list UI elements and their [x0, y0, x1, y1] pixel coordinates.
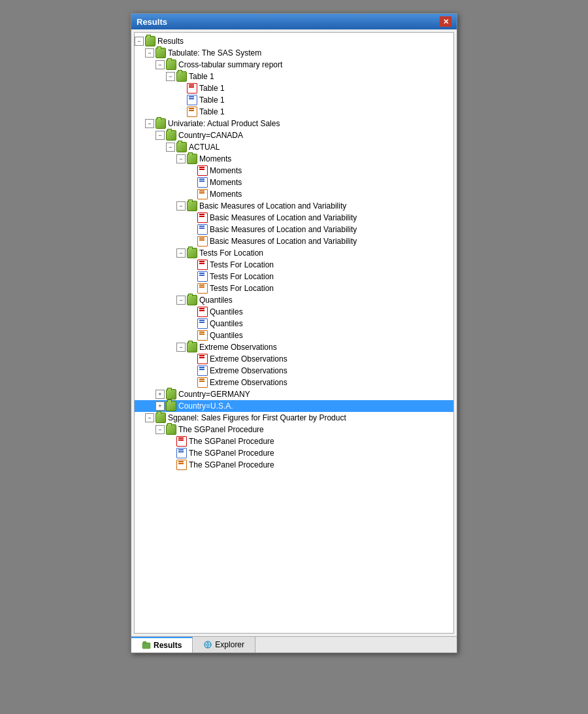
folder-icon-actual — [176, 142, 187, 152]
label-tabulate: Tabulate: The SAS System — [168, 48, 261, 58]
tree-node-sgpanel-red[interactable]: The SGPanel Procedure — [135, 435, 453, 447]
tree-node-quantiles-red[interactable]: Quantiles — [135, 306, 453, 318]
label-sgpanel-red: The SGPanel Procedure — [189, 437, 274, 446]
expand-tabulate[interactable]: − — [145, 48, 154, 58]
expand-extreme[interactable]: − — [176, 343, 186, 352]
tree-node-extreme-group[interactable]: − Extreme Observations — [135, 341, 453, 353]
doc-orange-icon-table1 — [187, 107, 197, 117]
label-quantiles-red: Quantiles — [210, 307, 243, 316]
doc-red-icon-basic — [197, 212, 208, 223]
tree-node-sgpanel-blue[interactable]: The SGPanel Procedure — [135, 447, 453, 459]
doc-orange-icon-basic — [197, 236, 208, 246]
tree-node-tests-orange[interactable]: Tests For Location — [135, 282, 453, 294]
tree-node-univariate[interactable]: − Univariate: Actual Product Sales — [135, 118, 453, 129]
folder-icon-tabulate — [155, 48, 166, 58]
tree-node-basic-orange[interactable]: Basic Measures of Location and Variabili… — [135, 235, 453, 247]
label-usa: Country=U.S.A. — [178, 401, 233, 411]
doc-red-icon-tests — [197, 260, 208, 270]
folder-icon-sgpanel — [155, 413, 166, 423]
label-quantiles-orange: Quantiles — [210, 331, 243, 340]
tree-node-actual[interactable]: − ACTUAL — [135, 141, 453, 153]
label-moments-group: Moments — [199, 154, 231, 163]
tree-node-quantiles-orange[interactable]: Quantiles — [135, 330, 453, 341]
folder-icon-univariate — [155, 118, 166, 129]
svg-rect-0 — [142, 643, 150, 649]
tree-node-basic-blue[interactable]: Basic Measures of Location and Variabili… — [135, 224, 453, 235]
tree-node-sgpanel-orange[interactable]: The SGPanel Procedure — [135, 459, 453, 471]
tree-node-basic-red[interactable]: Basic Measures of Location and Variabili… — [135, 212, 453, 224]
tree-node-moments-orange[interactable]: Moments — [135, 188, 453, 200]
tree-node-tests-red[interactable]: Tests For Location — [135, 259, 453, 271]
expand-canada[interactable]: − — [155, 131, 165, 140]
doc-orange-icon-sgpanel — [176, 460, 187, 470]
doc-orange-icon-tests — [197, 283, 208, 294]
label-sgpanel-blue: The SGPanel Procedure — [189, 449, 274, 458]
tree-node-extreme-red[interactable]: Extreme Observations — [135, 353, 453, 365]
expand-cross-tabular[interactable]: − — [155, 60, 165, 69]
tree-node-basic-group[interactable]: − Basic Measures of Location and Variabi… — [135, 200, 453, 212]
tree-content: − Results − Tabulate: The SAS System − C… — [134, 32, 454, 634]
doc-red-icon-moments — [197, 165, 208, 176]
label-sgpanel: Sgpanel: Sales Figures for First Quarter… — [168, 413, 346, 422]
tree-node-tests-blue[interactable]: Tests For Location — [135, 271, 453, 282]
tree-node-table1-group[interactable]: − Table 1 — [135, 71, 453, 82]
expand-moments[interactable]: − — [176, 154, 186, 163]
tree-node-extreme-blue[interactable]: Extreme Observations — [135, 365, 453, 377]
tree-node-usa[interactable]: + Country=U.S.A. — [135, 400, 453, 412]
tree-node-moments-red[interactable]: Moments — [135, 165, 453, 177]
label-table1-orange: Table 1 — [199, 107, 225, 116]
close-button[interactable]: ✕ — [440, 16, 451, 27]
window-title: Results — [137, 17, 167, 27]
label-moments-blue: Moments — [210, 178, 242, 187]
expand-tests[interactable]: − — [176, 248, 186, 258]
tab-results[interactable]: Results — [131, 637, 193, 653]
tree-node-sgpanel[interactable]: − Sgpanel: Sales Figures for First Quart… — [135, 412, 453, 424]
expand-usa[interactable]: + — [155, 401, 165, 411]
expand-quantiles[interactable]: − — [176, 296, 186, 305]
doc-orange-icon-moments — [197, 189, 208, 199]
title-bar: Results ✕ — [131, 14, 457, 29]
label-extreme-group: Extreme Observations — [199, 343, 277, 352]
tree-node-quantiles-blue[interactable]: Quantiles — [135, 318, 453, 330]
tree-node-root[interactable]: − Results — [135, 35, 453, 47]
expand-germany[interactable]: + — [155, 390, 165, 399]
expand-root[interactable]: − — [135, 37, 144, 46]
tree-node-country-canada[interactable]: − Country=CANADA — [135, 129, 453, 141]
doc-red-icon-table1 — [187, 83, 197, 94]
expand-sgpanel-proc[interactable]: − — [155, 425, 165, 434]
expand-table1-group[interactable]: − — [166, 72, 175, 81]
results-window: Results ✕ − Results − Tabulate: The SAS … — [131, 13, 457, 653]
tree-node-tabulate[interactable]: − Tabulate: The SAS System — [135, 47, 453, 59]
folder-icon-quantiles — [187, 295, 197, 305]
label-tests-red: Tests For Location — [210, 260, 274, 269]
tree-node-quantiles-group[interactable]: − Quantiles — [135, 294, 453, 306]
tree-node-table1-blue[interactable]: Table 1 — [135, 94, 453, 106]
tree-node-cross-tabular[interactable]: − Cross-tabular summary report — [135, 59, 453, 71]
label-basic-orange: Basic Measures of Location and Variabili… — [210, 237, 357, 246]
folder-icon-canada — [166, 130, 176, 141]
doc-blue-icon-tests — [197, 271, 208, 282]
folder-icon-root — [145, 36, 155, 46]
tree-node-moments-blue[interactable]: Moments — [135, 177, 453, 188]
expand-univariate[interactable]: − — [145, 119, 154, 128]
label-basic-blue: Basic Measures of Location and Variabili… — [210, 225, 357, 234]
expand-basic[interactable]: − — [176, 201, 186, 211]
expand-sgpanel[interactable]: − — [145, 413, 154, 422]
tree-node-germany[interactable]: + Country=GERMANY — [135, 388, 453, 400]
expand-actual[interactable]: − — [166, 143, 175, 152]
tree-node-extreme-orange[interactable]: Extreme Observations — [135, 377, 453, 388]
tab-explorer-label: Explorer — [215, 640, 244, 649]
label-germany: Country=GERMANY — [178, 390, 250, 399]
tree-node-table1-red[interactable]: Table 1 — [135, 82, 453, 94]
tree-node-tests-group[interactable]: − Tests For Location — [135, 247, 453, 259]
doc-blue-icon-table1 — [187, 95, 197, 105]
tree-node-sgpanel-proc-group[interactable]: − The SGPanel Procedure — [135, 424, 453, 435]
tab-explorer[interactable]: Explorer — [193, 637, 255, 653]
label-moments-red: Moments — [210, 166, 242, 175]
doc-blue-icon-extreme — [197, 366, 208, 376]
explorer-tab-icon — [203, 640, 212, 649]
label-tests-orange: Tests For Location — [210, 284, 274, 293]
tree-node-moments-group[interactable]: − Moments — [135, 153, 453, 165]
tree-node-table1-orange[interactable]: Table 1 — [135, 106, 453, 118]
folder-icon-sgpanel-proc — [166, 424, 176, 435]
